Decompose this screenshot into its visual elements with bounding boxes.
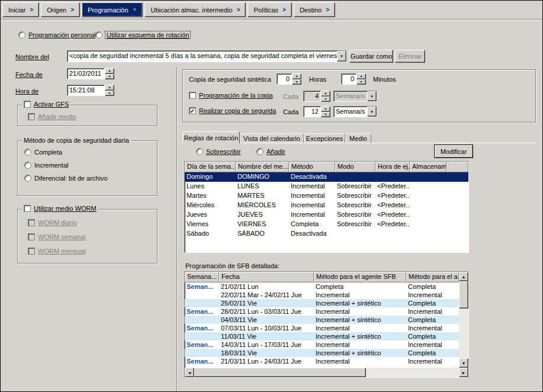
start-time-value[interactable]: 15:21:08 <box>67 85 105 96</box>
perform-copy-unit-select[interactable]: Semana/s ▼ <box>333 106 377 117</box>
spin-up-button[interactable]: ▲ <box>321 91 330 97</box>
sfb-row[interactable]: Seman... 07/03/11 Lun - 10/03/11 Jue Inc… <box>185 324 459 332</box>
rotation-row-miercoles[interactable]: Miércoles MIÉRCOLES Incremental Sobrescr… <box>185 201 468 210</box>
rotation-row-viernes[interactable]: Viernes VIERNES Completa Sobrescribir <P… <box>185 220 468 229</box>
vertical-scrollbar[interactable]: ▲ ▼ <box>459 272 468 368</box>
wizard-tab-programacion[interactable]: Programación ▼ <box>82 2 143 17</box>
column-header-modo[interactable]: Modo <box>335 162 375 172</box>
method-incremental-radio[interactable]: Incremental <box>24 162 68 169</box>
cell: Incremental <box>406 340 459 349</box>
method-diferencial-radio[interactable]: Diferencial: bit de archivo <box>24 175 108 182</box>
worm-diario-checkbox[interactable]: WORM diario <box>28 219 77 226</box>
dropdown-button[interactable]: ▼ <box>367 107 377 117</box>
modify-button[interactable]: Modificar <box>434 144 473 158</box>
rotation-row-jueves[interactable]: Jueves JUEVES Incremental Sobrescribir <… <box>185 210 468 220</box>
sfb-row[interactable]: Seman... 21/03/11 Lun - 24/03/11 Jue Inc… <box>185 357 459 365</box>
column-header-fecha[interactable]: Fecha <box>219 272 314 282</box>
rotation-row-sabado[interactable]: Sábado SÁBADO Desactivada <box>185 229 468 239</box>
wizard-tab-politicas[interactable]: Políticas > <box>248 2 291 17</box>
worm-semanal-checkbox[interactable]: WORM semanal <box>28 233 86 240</box>
scrollbar-thumb[interactable] <box>459 281 468 309</box>
horizontal-scrollbar[interactable]: ◄ ► <box>185 368 468 377</box>
perform-copy-checkbox[interactable]: ✓ Realizar copia de segurida <box>189 107 276 114</box>
spin-up-button[interactable]: ▲ <box>321 106 330 112</box>
schedule-copy-unit-select[interactable]: Semana/s ▼ <box>333 91 377 102</box>
checkbox-icon <box>24 101 31 108</box>
activate-gfs-checkbox[interactable]: Activar GFS <box>22 101 70 108</box>
divider <box>176 67 178 392</box>
cell: Miércoles <box>185 201 236 210</box>
spin-up-button[interactable]: ▲ <box>356 73 366 79</box>
save-as-button[interactable]: Guardar como <box>349 50 393 63</box>
scroll-up-button[interactable]: ▲ <box>459 272 468 281</box>
sfb-row[interactable]: 11/03/11 Vie Incremental + sintético Com… <box>185 332 459 340</box>
spin-down-button[interactable]: ▼ <box>321 112 330 118</box>
custom-schedule-radio[interactable]: Programación personaliz <box>18 31 101 38</box>
rotation-scheme-radio[interactable]: Utilizar esquema de rotación <box>95 31 190 38</box>
rotation-row-lunes[interactable]: Lunes LUNES Incremental Sobrescribir <Pr… <box>185 182 468 191</box>
sfb-row[interactable]: Seman... 14/03/11 Lun - 17/03/11 Jue Inc… <box>185 340 459 349</box>
perform-copy-interval-field[interactable]: 12 ▲ ▼ <box>303 106 330 117</box>
spin-up-button[interactable]: ▲ <box>105 68 114 74</box>
column-header-almacenamiento[interactable]: Almacenami... <box>410 162 446 172</box>
scrollbar-thumb[interactable] <box>194 368 366 377</box>
start-date-value[interactable]: 21/02/2011 <box>67 68 105 79</box>
sfb-row[interactable]: 25/02/11 Vie Incremental + sintético Com… <box>185 299 459 307</box>
dropdown-button[interactable]: ▼ <box>367 91 377 101</box>
method-completa-radio[interactable]: Completa <box>24 149 62 156</box>
worm-mensual-checkbox[interactable]: WORM mensual <box>28 248 86 255</box>
wizard-tab-iniciar[interactable]: Iniciar > <box>2 2 39 17</box>
interval-spinner: ▲ ▼ <box>321 106 330 117</box>
column-header-metodo-sfb[interactable]: Método para el agente SFB <box>314 272 406 282</box>
column-header-semana[interactable]: Semana... <box>185 272 219 282</box>
schedule-copy-checkbox[interactable]: Programación de la copia <box>189 92 273 99</box>
interval-value[interactable]: 4 <box>303 91 321 102</box>
add-media-checkbox[interactable]: Añadir medio <box>28 113 76 120</box>
sfb-row[interactable]: 18/03/11 Vie Incremental + sintético Com… <box>185 349 459 357</box>
delete-button[interactable]: Eliminar <box>395 50 425 63</box>
append-radio[interactable]: Añadir <box>256 148 285 155</box>
wizard-tab-origen[interactable]: Origen > <box>41 2 80 17</box>
wizard-tab-ubicacion[interactable]: Ubicación almac. intermedio > <box>144 2 246 17</box>
spin-down-button[interactable]: ▼ <box>105 74 114 80</box>
spin-down-button[interactable]: ▼ <box>356 79 366 85</box>
sfb-row[interactable]: 22/02/11 Mar - 24/02/11 Jue Incremental … <box>185 291 459 299</box>
synthetic-minutes-value[interactable]: 0 <box>341 73 356 85</box>
synthetic-minutes-field[interactable]: 0 ▲ ▼ <box>341 73 366 85</box>
spin-down-button[interactable]: ▼ <box>105 91 114 97</box>
column-header-nombre[interactable]: Nombre del me... <box>236 162 289 172</box>
use-worm-checkbox[interactable]: Utilizar medio WORM <box>22 205 98 212</box>
wizard-tab-destino[interactable]: Destino > <box>294 2 335 17</box>
scroll-right-button[interactable]: ► <box>459 368 468 377</box>
tab-reglas-de-rotacion[interactable]: Reglas de rotación <box>182 131 240 143</box>
tab-vista-del-calendario[interactable]: Vista del calendario <box>240 133 304 143</box>
cell: <Predeter... <box>375 191 410 201</box>
spin-down-button[interactable]: ▼ <box>321 97 330 102</box>
scroll-left-button[interactable]: ◄ <box>185 368 194 377</box>
start-time-field[interactable]: 15:21:08 ▲ ▼ <box>67 85 114 96</box>
spin-down-button[interactable]: ▼ <box>292 79 301 85</box>
spin-up-button[interactable]: ▲ <box>292 73 301 79</box>
tab-excepciones[interactable]: Excepciones <box>304 133 345 143</box>
rotation-row-domingo[interactable]: Domingo DOMINGO Desactivada <box>185 172 468 182</box>
synthetic-hours-field[interactable]: 0 ▲ ▼ <box>277 73 301 85</box>
rotation-row-martes[interactable]: Martes MARTES Incremental Sobrescribir <… <box>185 191 468 201</box>
column-header-hora[interactable]: Hora de ej... <box>375 162 410 172</box>
overwrite-radio[interactable]: Sobrescribir <box>196 148 241 155</box>
dropdown-button[interactable]: ▼ <box>337 51 346 62</box>
schedule-copy-interval-field[interactable]: 4 ▲ ▼ <box>303 91 330 102</box>
sfb-row[interactable]: Seman... 21/02/11 Lun Completa Completa <box>185 282 459 291</box>
sfb-row[interactable]: 04/03/11 Vie Incremental + sintético Com… <box>185 316 459 324</box>
column-header-dia[interactable]: Día de la sema... <box>185 162 236 172</box>
tab-medio[interactable]: Medio <box>345 133 371 143</box>
scroll-down-button[interactable]: ▼ <box>459 358 468 368</box>
sfb-row[interactable]: Seman... 28/02/11 Lun - 03/03/11 Jue Inc… <box>185 307 459 316</box>
start-date-field[interactable]: 21/02/2011 ▲ ▼ <box>67 68 114 79</box>
spin-up-button[interactable]: ▲ <box>105 85 114 91</box>
column-header-metodo-agente[interactable]: Método para el a... <box>406 272 459 282</box>
column-header-metodo[interactable]: Método <box>289 162 335 172</box>
interval-value[interactable]: 12 <box>303 106 321 117</box>
synthetic-hours-value[interactable]: 0 <box>277 73 292 85</box>
scheme-name-combobox[interactable]: <copia de seguridad incremental 5 días a… <box>67 50 347 62</box>
radio-label: Programación personaliz <box>28 31 101 38</box>
